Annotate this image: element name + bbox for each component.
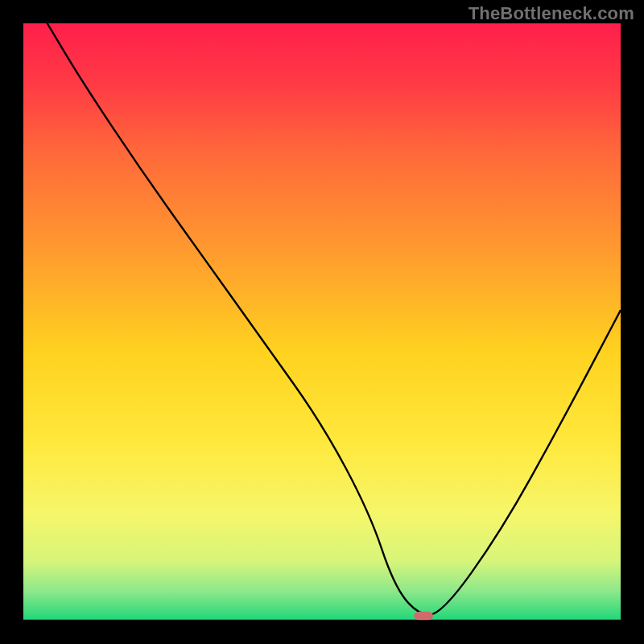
- chart-frame: TheBottleneck.com: [0, 0, 644, 644]
- bottleneck-chart: [23, 23, 621, 621]
- optimal-marker: [414, 612, 433, 620]
- chart-background: [23, 23, 621, 621]
- watermark-text: TheBottleneck.com: [469, 3, 634, 24]
